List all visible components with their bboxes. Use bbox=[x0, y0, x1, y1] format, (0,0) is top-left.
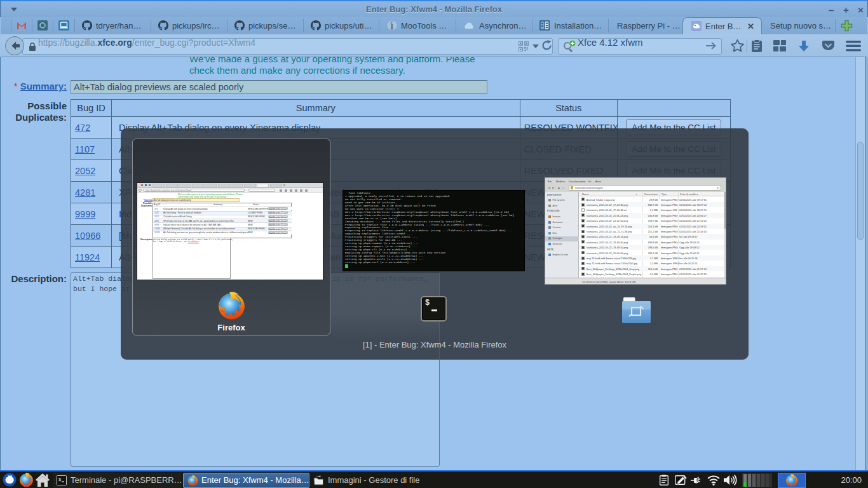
svg-text:$: $ bbox=[58, 477, 61, 482]
